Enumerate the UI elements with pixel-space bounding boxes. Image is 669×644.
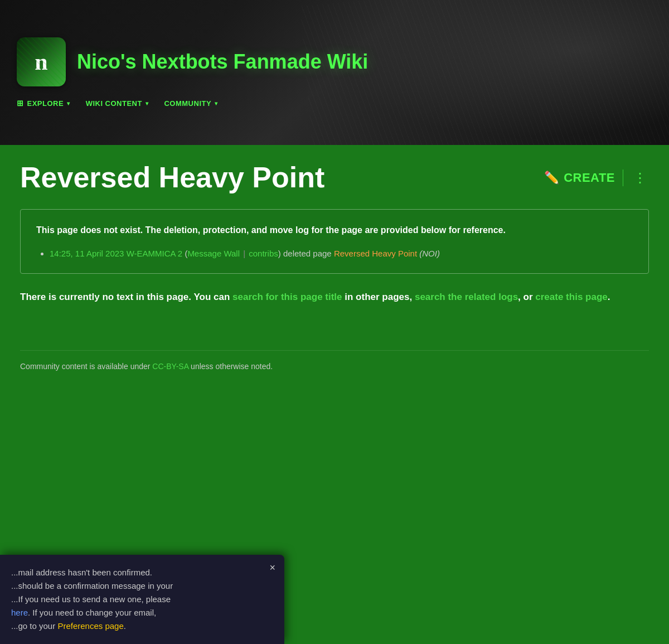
toast-text-5: ...go to your [11, 621, 57, 631]
toast-content: ...mail address hasn't been confirmed. .… [11, 566, 258, 633]
nav-wiki-content-label: WIKI CONTENT [86, 99, 142, 108]
warning-paragraph: This page does not exist. The deletion, … [36, 223, 633, 238]
page-title-row: Reversed Heavy Point ✏️ CREATE ⋮ [20, 162, 649, 193]
footer-area: Community content is available under CC-… [20, 350, 649, 371]
page-title: Reversed Heavy Point [20, 162, 324, 193]
wiki-content-chevron: ▾ [146, 100, 149, 106]
no-text-message: There is currently no text in this page.… [20, 289, 649, 306]
license-link[interactable]: CC-BY-SA [152, 362, 188, 371]
toast-text-1: ...mail address hasn't been confirmed. [11, 568, 152, 577]
create-button[interactable]: ✏️ CREATE [544, 171, 615, 185]
nav-community-label: COMMUNITY [164, 99, 211, 108]
log-timestamp: 14:25, 11 April 2023 [50, 249, 124, 258]
toast-text-3: ...If you need us to send a new one, ple… [11, 594, 171, 604]
no-text-end: , or [518, 292, 532, 302]
pencil-icon: ✏️ [544, 171, 560, 185]
log-item: 14:25, 11 April 2023 W-EAMMICA 2 (Messag… [50, 248, 633, 260]
no-text-before: There is currently no text in this page.… [20, 292, 230, 302]
toast-notification: × ...mail address hasn't been confirmed.… [0, 555, 284, 644]
more-options-button[interactable]: ⋮ [631, 169, 649, 187]
search-for-title-link[interactable]: search for this page title [232, 292, 342, 302]
deleted-page-link[interactable]: Reversed Heavy Point [334, 249, 417, 258]
log-list: 14:25, 11 April 2023 W-EAMMICA 2 (Messag… [50, 248, 633, 260]
toast-text-6: . [124, 621, 126, 631]
explore-icon: ⊞ [17, 99, 24, 108]
nav-community[interactable]: COMMUNITY ▾ [164, 99, 217, 108]
wiki-title: Nico's Nextbots Fanmade Wiki [77, 50, 368, 74]
nav-explore[interactable]: ⊞ EXPLORE ▾ [17, 99, 70, 108]
toast-text-2: ...should be a confirmation message in y… [11, 581, 173, 590]
page-actions: ✏️ CREATE ⋮ [544, 169, 649, 187]
search-related-logs-link[interactable]: search the related logs [415, 292, 518, 302]
toast-close-button[interactable]: × [269, 563, 275, 573]
log-timestamp-link[interactable]: 14:25, 11 April 2023 W-EAMMICA 2 [50, 249, 185, 258]
explore-chevron: ▾ [67, 100, 70, 106]
footer-text-after: unless otherwise noted. [191, 362, 273, 371]
site-header: n Nico's Nextbots Fanmade Wiki ⊞ EXPLORE… [0, 0, 669, 145]
log-note: (NOI) [419, 249, 440, 258]
action-divider [623, 170, 623, 186]
create-this-page-link[interactable]: create this page [535, 292, 607, 302]
wiki-logo: n [17, 37, 66, 86]
nav-bar: ⊞ EXPLORE ▾ WIKI CONTENT ▾ COMMUNITY ▾ [17, 99, 652, 108]
toast-text-4: . If you need to change your email, [28, 608, 156, 617]
main-content: Reversed Heavy Point ✏️ CREATE ⋮ This pa… [0, 145, 669, 535]
create-label: CREATE [564, 171, 615, 185]
message-wall-link[interactable]: Message Wall [187, 249, 240, 258]
warning-box: This page does not exist. The deletion, … [20, 209, 649, 274]
community-chevron: ▾ [215, 100, 218, 106]
log-user: W-EAMMICA 2 [127, 249, 183, 258]
preferences-page-link[interactable]: Preferences page [57, 621, 123, 631]
header-content: n Nico's Nextbots Fanmade Wiki ⊞ EXPLORE… [0, 0, 669, 145]
header-top: n Nico's Nextbots Fanmade Wiki [17, 37, 652, 86]
no-text-final: . [608, 292, 610, 302]
toast-here-link[interactable]: here [11, 608, 28, 617]
contribs-link[interactable]: contribs [249, 249, 278, 258]
nav-wiki-content[interactable]: WIKI CONTENT ▾ [86, 99, 149, 108]
pipe-separator: | [241, 249, 248, 258]
no-text-middle: in other pages, [345, 292, 412, 302]
footer-text: Community content is available under CC-… [20, 362, 649, 371]
footer-text-before: Community content is available under [20, 362, 150, 371]
log-action: deleted page [283, 249, 332, 258]
logo-letter: n [35, 49, 47, 75]
nav-explore-label: EXPLORE [27, 99, 64, 108]
